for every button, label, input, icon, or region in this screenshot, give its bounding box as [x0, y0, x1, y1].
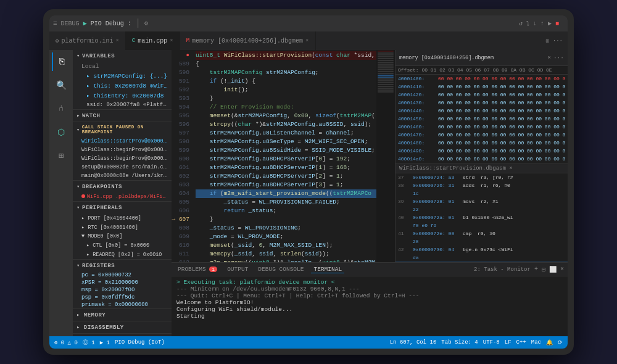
- right-panel: memory [0x40001400+256].dbgmem × ··· Off…: [395, 50, 568, 262]
- callstack-4[interactable]: setup@0x00002de src/main.cpp: [73, 163, 172, 172]
- play-icon[interactable]: ▶: [83, 20, 87, 27]
- tab-spacer: [316, 31, 541, 50]
- more-icon[interactable]: ···: [553, 38, 563, 44]
- editor-main: ● 589590591592 593594595596 597598599600…: [172, 50, 568, 262]
- line-numbers: ● 589590591592 593594595596 597598599600…: [172, 50, 193, 262]
- platform: Mac: [531, 339, 541, 346]
- debug-label: DEBUG: [61, 20, 80, 27]
- code-line-613: _mode = WL_PROV_MODE;: [196, 233, 376, 241]
- callstack-header[interactable]: ▾ CALL STACK PAUSED ON BREAKPOINT: [73, 122, 172, 137]
- close-icon-2[interactable]: ×: [170, 38, 173, 44]
- pio-debug-label[interactable]: PIO Debug (IoT): [115, 339, 165, 345]
- var-item-2[interactable]: ▸ this: 0x20007d8 ⊕WiFi›: [73, 81, 172, 91]
- status-bar: ⊗ 0 △ 0 ⓪ 1 ▶ 1 PIO Debug (IoT) Ln 607, …: [49, 336, 568, 349]
- search-icon[interactable]: 🔍: [52, 76, 70, 94]
- memory-sidebar-header[interactable]: ▸ MEMORY: [73, 309, 172, 321]
- split-icon[interactable]: ⊞: [545, 38, 549, 44]
- var-item-1[interactable]: ▸ strM2MAPConfig: {...}: [73, 71, 172, 81]
- breakpoints-header[interactable]: ▾ BREAKPOINTS: [73, 181, 172, 192]
- callstack-2[interactable]: WiFiClass::beginProv@0x0000B: [73, 146, 172, 154]
- source-control-icon[interactable]: ⑃: [52, 99, 70, 118]
- restart-icon[interactable]: ↺: [519, 20, 523, 27]
- disasm-row-37: 370x00000724: a3strd r3, [r0, r#: [395, 173, 568, 181]
- sync-icon[interactable]: ⟳: [558, 339, 563, 346]
- split-terminal-icon[interactable]: ⊟: [542, 266, 545, 273]
- disasm-row-40: 400x0000072a: 01 f0 e9 f9bl 0x1b00 <m2m_…: [395, 213, 568, 230]
- pio-label: PIO Debug :: [91, 20, 131, 27]
- code-editor[interactable]: ● 589590591592 593594595596 597598599600…: [172, 50, 395, 262]
- extensions-icon[interactable]: ⊞: [52, 146, 70, 165]
- code-line-597: memset(&strM2MAPConfig, 0x00, sizeof(tst…: [196, 112, 376, 120]
- chevron-down-icon: ▾: [77, 52, 80, 59]
- code-line-590: tstrM2MAPConfig strM2MAPConfig;: [196, 68, 376, 77]
- code-line-589: {: [196, 60, 376, 68]
- periph-readreq[interactable]: ▸ READREQ [0x2] = 0x0010: [73, 250, 172, 259]
- memory-offset-header: Offset: 00 01 02 03 04 05 06 07 08 09 0A…: [395, 66, 568, 75]
- output-tab[interactable]: OUTPUT: [225, 266, 251, 273]
- code-line-599: strM2MAPConfig.u8ListenChannel = channel…: [196, 129, 376, 138]
- memory-panel: memory [0x40001400+256].dbgmem × ··· Off…: [395, 50, 568, 163]
- tab-size: Tab Size: 4: [441, 339, 478, 346]
- maximize-icon[interactable]: ⬜: [549, 266, 557, 273]
- file-icon: ≡: [53, 20, 57, 27]
- sidebar: ▾ VARIABLES Local ▸ strM2MAPConfig: {...…: [73, 50, 172, 336]
- continue-icon[interactable]: ▶: [548, 20, 552, 27]
- code-line-610: }: [196, 215, 376, 224]
- problems-tab[interactable]: PROBLEMS 1: [175, 266, 220, 273]
- tab-memory[interactable]: M memory [0x40001400+256].dbgmem ×: [180, 31, 316, 50]
- editor-area: ● 589590591592 593594595596 597598599600…: [172, 50, 568, 336]
- stop-icon[interactable]: ■: [555, 20, 559, 27]
- mem-row-7: 40001470:00 00 00 00 00 00 00 00 00 00 0…: [395, 131, 568, 139]
- explorer-icon[interactable]: ⎘: [52, 52, 70, 71]
- close-icon-3[interactable]: ×: [305, 38, 308, 44]
- periph-rtc[interactable]: ▸ RTC [0x40001400]: [73, 223, 172, 232]
- code-line-593: init();: [196, 86, 376, 94]
- close-icon[interactable]: ×: [115, 38, 118, 44]
- step-over-icon[interactable]: ⤵: [526, 20, 529, 27]
- tab-platformio[interactable]: ⚙ platformio.ini ×: [49, 31, 126, 50]
- ln-col: Ln 607, Col 10: [390, 339, 437, 346]
- code-line-604: strM2MAPConfig.au8DHCPServerIP[2] = 1;: [196, 172, 376, 181]
- registers-header[interactable]: ▾ REGISTERS: [73, 260, 172, 271]
- close-panel-icon[interactable]: ×: [560, 266, 564, 273]
- periph-port[interactable]: ▸ PORT [0x41004400]: [73, 213, 172, 223]
- periph-ctl[interactable]: ▸ CTL [0x0] = 0x0000: [73, 241, 172, 250]
- language[interactable]: C++: [516, 339, 526, 346]
- step-into-icon[interactable]: ↓: [533, 20, 537, 27]
- terminal-content[interactable]: > Executing task: platformio device moni…: [172, 276, 568, 336]
- watch-label: Watch: [82, 113, 101, 119]
- peripherals-header[interactable]: ▾ PERIPHERALS: [73, 202, 172, 213]
- disassembly-sidebar-header[interactable]: ▸ DISASSEMBLY: [73, 321, 172, 333]
- var-item-4[interactable]: ssid: 0x20007fa8 «Platform..: [73, 101, 172, 109]
- breakpoints-section: ▾ BREAKPOINTS WiFi.cpp .plolbdeps/WiFi..…: [73, 181, 172, 202]
- code-line-615: memset(_ssid, 0, M2M_MAX_SSID_LEN);: [196, 241, 376, 250]
- debug-console-tab[interactable]: DEBUG CONSOLE: [255, 266, 306, 273]
- memory-tab[interactable]: memory [0x40001400+256].dbgmem: [399, 55, 494, 61]
- breakpoint-item-1[interactable]: WiFi.cpp .plolbdeps/WiFi... 588: [73, 192, 172, 201]
- tab-maincpp[interactable]: C main.cpp ×: [126, 31, 180, 50]
- terminal-tab[interactable]: TERMINAL: [311, 266, 344, 273]
- disasm-row-39: 390x00000728: 01 22movs r2, #1: [395, 197, 568, 213]
- gear-icon[interactable]: ⚙: [144, 20, 148, 27]
- var-item-3[interactable]: ▸ thisEntry: 0x20007d8: [73, 91, 172, 101]
- terminal-panel: PROBLEMS 1 OUTPUT DEBUG CONSOLE TERMINAL…: [172, 263, 568, 336]
- callstack-1[interactable]: WiFiClass::startProv@0x00000: [73, 137, 172, 146]
- chevron-down-icon-3: ▾: [77, 183, 80, 190]
- disasm-panel: WiFiClass::startProvision.dbgasm × 370x0…: [395, 163, 568, 262]
- debug-icon[interactable]: ⬡: [52, 123, 70, 141]
- code-line-605: strM2MAPConfig.au8DHCPServerIP[3] = 1;: [196, 181, 376, 189]
- memory-tab-close[interactable]: ×: [547, 54, 551, 61]
- step-out-icon[interactable]: ↑: [540, 20, 544, 27]
- variables-header[interactable]: ▾ VARIABLES: [73, 50, 172, 62]
- memory-more-icon[interactable]: ···: [553, 54, 564, 61]
- code-line-612: _status = WL_PROVISIONING;: [196, 224, 376, 233]
- callstack-5[interactable]: main@0x0000c08e /Users/ikrav...: [73, 172, 172, 180]
- bell-icon[interactable]: 🔔: [546, 339, 553, 346]
- add-terminal-icon[interactable]: +: [534, 266, 538, 273]
- registers-section: ▾ REGISTERS pc = 0x00000732 xPSR = 0x210…: [73, 260, 172, 309]
- callstack-3[interactable]: WiFiClass::beginProv@0x0000B: [73, 154, 172, 163]
- error-count[interactable]: ⊗ 0 △ 0: [54, 339, 78, 346]
- watch-header[interactable]: ▸ Watch: [73, 110, 172, 122]
- periph-mode0[interactable]: ▼ MODE0 [0x0]: [73, 232, 172, 241]
- bottom-section: PROBLEMS 1 OUTPUT DEBUG CONSOLE TERMINAL…: [172, 262, 568, 336]
